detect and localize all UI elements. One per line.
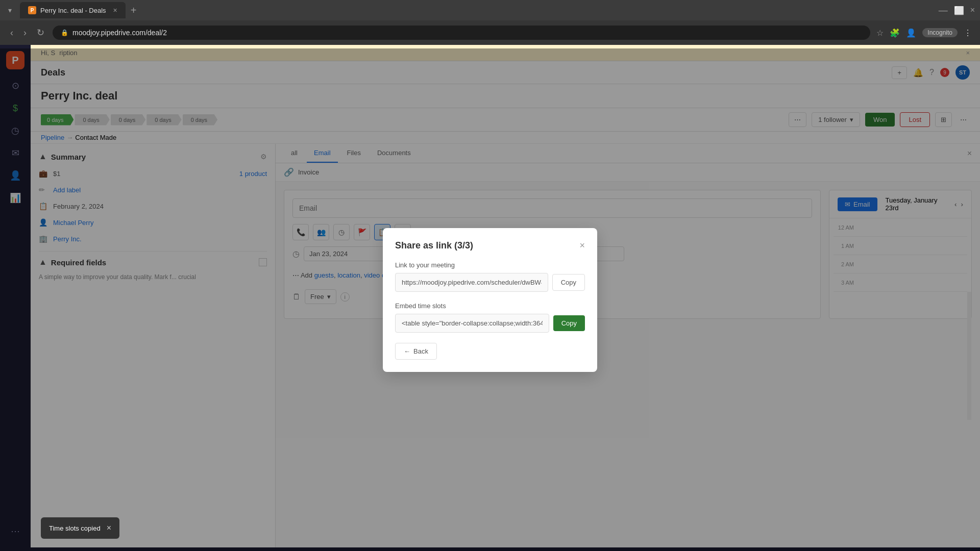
back-arrow-icon: ← [404,347,410,355]
modal-overlay: Share as link (3/3) × Link to your meeti… [0,48,980,551]
reload-nav-button[interactable]: ↻ [35,25,46,40]
browser-tab[interactable]: P Perry Inc. deal - Deals × [20,2,126,18]
back-button[interactable]: ← Back [395,343,437,360]
profile-icon[interactable]: 👤 [906,28,916,38]
window-close[interactable]: × [970,6,975,15]
browser-chrome: ▾ P Perry Inc. deal - Deals × + — ⬜ × ‹ … [0,0,980,45]
tab-history-btn[interactable]: ▾ [5,4,15,16]
modal-footer: ← Back [395,343,585,360]
lock-icon: 🔒 [61,29,68,36]
window-minimize[interactable]: — [939,5,948,16]
toast-message: Time slots copied [49,524,101,532]
incognito-badge: Incognito [922,28,958,37]
star-bookmark-icon[interactable]: ☆ [876,28,884,38]
new-tab-button[interactable]: + [131,5,137,16]
copy-link-button[interactable]: Copy [552,274,585,291]
embed-input[interactable] [395,314,549,333]
share-link-modal: Share as link (3/3) × Link to your meeti… [383,228,597,372]
copy-embed-button[interactable]: Copy [553,315,585,331]
close-tab-button[interactable]: × [113,6,117,14]
url-text: moodjoy.pipedrive.com/deal/2 [72,29,167,37]
forward-nav-button[interactable]: › [21,26,29,40]
menu-icon[interactable]: ⋮ [964,28,972,38]
back-label: Back [413,347,428,355]
tab-favicon: P [28,6,36,14]
toast-notification: Time slots copied × [41,517,119,539]
modal-title: Share as link (3/3) [395,240,473,251]
tab-title: Perry Inc. deal - Deals [40,7,106,14]
link-input[interactable] [395,273,548,292]
link-label: Link to your meeting [395,261,585,269]
back-nav-button[interactable]: ‹ [8,26,15,40]
toast-close-button[interactable]: × [107,523,111,533]
link-input-row: Copy [395,273,585,292]
embed-input-row: Copy [395,314,585,333]
address-bar[interactable]: 🔒 moodjoy.pipedrive.com/deal/2 [53,26,870,40]
extensions-icon[interactable]: 🧩 [890,28,900,38]
window-maximize[interactable]: ⬜ [954,6,964,15]
modal-close-button[interactable]: × [579,240,585,251]
embed-label: Embed time slots [395,302,585,310]
